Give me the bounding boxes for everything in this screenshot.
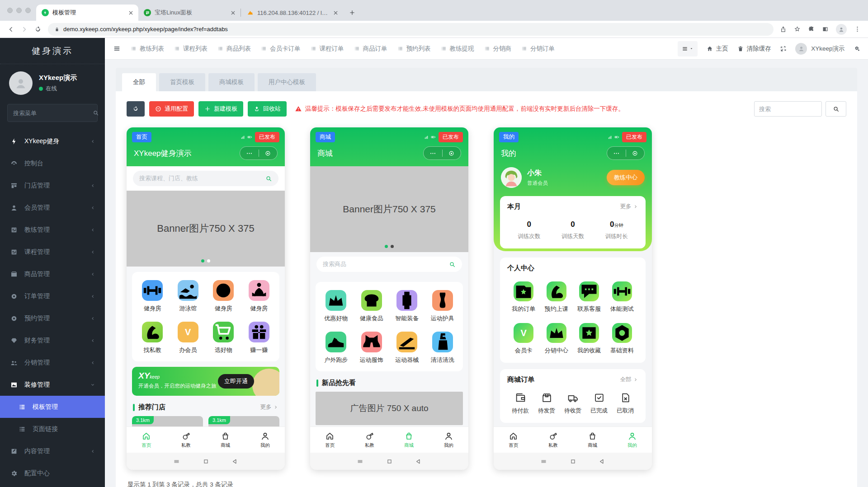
tabbar-home[interactable]: 首页 bbox=[310, 427, 350, 453]
sidebar-user[interactable]: XYkeep演示 在线 bbox=[0, 64, 105, 102]
pc-contact-service[interactable]: 联系客服 bbox=[573, 281, 606, 313]
sidebar-item-stores[interactable]: 门店管理 bbox=[0, 174, 105, 197]
more-link[interactable]: 更多 bbox=[620, 203, 639, 211]
sidebar-item-dashboard[interactable]: 控制台 bbox=[0, 152, 105, 174]
new-tab-button[interactable] bbox=[346, 6, 359, 19]
nav-product-orders[interactable]: 商品订单 bbox=[354, 45, 387, 53]
refresh-button[interactable] bbox=[127, 101, 145, 117]
sidebar-item-decoration[interactable]: 装修管理 bbox=[0, 374, 105, 396]
grid-item-cleaning[interactable]: 清洁清洗 bbox=[425, 332, 461, 364]
close-tab-icon[interactable] bbox=[230, 10, 236, 16]
grid-item-deals[interactable]: 优惠好物 bbox=[318, 290, 354, 323]
grid-item-apparel[interactable]: 运动服饰 bbox=[354, 332, 390, 364]
capsule-target-icon[interactable] bbox=[443, 150, 461, 157]
more-dots-icon[interactable] bbox=[424, 150, 442, 157]
capsule-target-icon[interactable] bbox=[626, 150, 645, 157]
tabbar-mine[interactable]: 我的 bbox=[245, 427, 285, 453]
template-card-usercenter[interactable]: 我的 已发布 我的 bbox=[494, 127, 652, 470]
side-panel-icon[interactable] bbox=[822, 26, 829, 33]
android-home-icon[interactable] bbox=[202, 458, 210, 465]
browser-tab-baota[interactable]: 宝塔Linux面板 bbox=[138, 5, 241, 21]
sidebar-item-members[interactable]: 会员管理 bbox=[0, 197, 105, 219]
order-to-ship[interactable]: 待发货 bbox=[533, 392, 560, 415]
grid-item-earn[interactable]: 赚一赚 bbox=[241, 322, 277, 354]
nav-course-orders[interactable]: 课程订单 bbox=[311, 45, 344, 53]
nav-product-list[interactable]: 商品列表 bbox=[217, 45, 251, 53]
template-search-input[interactable] bbox=[754, 101, 822, 117]
browser-tab-phpmyadmin[interactable]: 116.204.88.136:40122 / localho bbox=[241, 5, 343, 21]
android-back-icon[interactable] bbox=[231, 458, 239, 465]
miniprogram-capsule[interactable] bbox=[240, 146, 278, 160]
sidebar-item-orders[interactable]: 订单管理 bbox=[0, 285, 105, 307]
tabbar-home[interactable]: 首页 bbox=[127, 427, 166, 453]
phone-search-bar[interactable]: 搜索商品 bbox=[316, 257, 462, 272]
tab-all[interactable]: 全部 bbox=[122, 73, 156, 91]
tabbar-mine[interactable]: 我的 bbox=[613, 427, 652, 453]
clear-cache-link[interactable]: 清除缓存 bbox=[737, 45, 771, 53]
nav-booking-list[interactable]: 预约列表 bbox=[397, 45, 431, 53]
browser-menu-icon[interactable] bbox=[854, 26, 861, 33]
pc-basic-info[interactable]: 基础资料 bbox=[606, 323, 639, 355]
activate-now-button[interactable]: 立即开通 bbox=[218, 374, 254, 389]
tabs-dropdown-button[interactable] bbox=[678, 41, 698, 56]
sidebar-item-template-manage[interactable]: 模板管理 bbox=[0, 396, 105, 418]
new-template-button[interactable]: 新建模板 bbox=[198, 101, 243, 117]
miniprogram-capsule[interactable] bbox=[607, 146, 645, 160]
more-dots-icon[interactable] bbox=[607, 150, 626, 157]
home-link[interactable]: 主页 bbox=[707, 45, 728, 53]
sidebar-item-config[interactable]: 配置中心 bbox=[0, 462, 105, 484]
order-to-receive[interactable]: 待收货 bbox=[560, 392, 586, 415]
nav-distributors[interactable]: 分销商 bbox=[484, 45, 512, 53]
all-link[interactable]: 全部 bbox=[620, 376, 639, 384]
recycle-bin-button[interactable]: 回收站 bbox=[248, 101, 287, 117]
android-home-icon[interactable] bbox=[386, 458, 393, 465]
tabbar-coach[interactable]: 私教 bbox=[350, 427, 390, 453]
tab-home-templates[interactable]: 首页模板 bbox=[159, 73, 205, 91]
sidebar-item-coaches[interactable]: 教练管理 bbox=[0, 219, 105, 241]
collapse-sidebar-icon[interactable] bbox=[113, 45, 121, 52]
sidebar-item-xykeep[interactable]: XYkeep健身 bbox=[0, 130, 105, 152]
general-config-button[interactable]: 通用配置 bbox=[149, 101, 194, 117]
sidebar-search[interactable] bbox=[7, 104, 98, 122]
order-cancelled[interactable]: 已取消 bbox=[612, 392, 638, 415]
tabbar-home[interactable]: 首页 bbox=[494, 427, 533, 453]
nav-membercard-orders[interactable]: 会员卡订单 bbox=[261, 45, 301, 53]
sidebar-item-products[interactable]: 商品管理 bbox=[0, 263, 105, 285]
bookmark-star-icon[interactable] bbox=[794, 26, 801, 33]
reload-icon[interactable] bbox=[34, 26, 42, 33]
sidebar-item-courses[interactable]: 课程管理 bbox=[0, 241, 105, 263]
forward-icon[interactable] bbox=[21, 26, 28, 33]
close-tab-icon[interactable] bbox=[128, 10, 134, 16]
url-bar[interactable]: demo.xykeep.com/xykeep.php/xykeep/page/i… bbox=[48, 23, 774, 36]
android-menu-icon[interactable] bbox=[356, 458, 364, 465]
extensions-icon[interactable] bbox=[808, 26, 815, 33]
order-completed[interactable]: 已完成 bbox=[586, 392, 612, 415]
tabbar-mall[interactable]: 商城 bbox=[389, 427, 429, 453]
tab-mall-templates[interactable]: 商城模板 bbox=[208, 73, 255, 91]
nav-course-list[interactable]: 课程列表 bbox=[174, 45, 208, 53]
pc-my-orders[interactable]: 我的订单 bbox=[507, 281, 540, 313]
nav-coach-list[interactable]: 教练列表 bbox=[131, 45, 164, 53]
grid-item-food[interactable]: 健康食品 bbox=[354, 290, 390, 323]
menu-search-input[interactable] bbox=[13, 110, 93, 117]
tab-usercenter-templates[interactable]: 用户中心模板 bbox=[258, 73, 316, 91]
fullscreen-icon[interactable] bbox=[780, 46, 787, 52]
navbar-user[interactable]: XYkeep演示 bbox=[795, 43, 844, 55]
back-icon[interactable] bbox=[7, 26, 14, 33]
capsule-target-icon[interactable] bbox=[259, 150, 278, 157]
tabbar-mall[interactable]: 商城 bbox=[206, 427, 245, 453]
grid-item-running[interactable]: 户外跑步 bbox=[318, 332, 354, 364]
share-icon[interactable] bbox=[780, 26, 787, 33]
miniprogram-capsule[interactable] bbox=[423, 146, 461, 160]
android-menu-icon[interactable] bbox=[173, 458, 180, 465]
grid-item-protect[interactable]: 运动护具 bbox=[425, 290, 461, 323]
sidebar-item-content[interactable]: 内容管理 bbox=[0, 440, 105, 462]
pc-favorites[interactable]: 我的收藏 bbox=[573, 323, 606, 355]
pc-distribution-center[interactable]: 分销中心 bbox=[540, 323, 573, 355]
sidebar-item-bookings[interactable]: 预约管理 bbox=[0, 307, 105, 329]
grid-item-coach[interactable]: 找私教 bbox=[135, 322, 170, 354]
sidebar-item-finance[interactable]: 财务管理 bbox=[0, 329, 105, 351]
tabbar-mall[interactable]: 商城 bbox=[573, 427, 613, 453]
coach-center-button[interactable]: 教练中心 bbox=[607, 170, 645, 185]
tabbar-mine[interactable]: 我的 bbox=[429, 427, 469, 453]
